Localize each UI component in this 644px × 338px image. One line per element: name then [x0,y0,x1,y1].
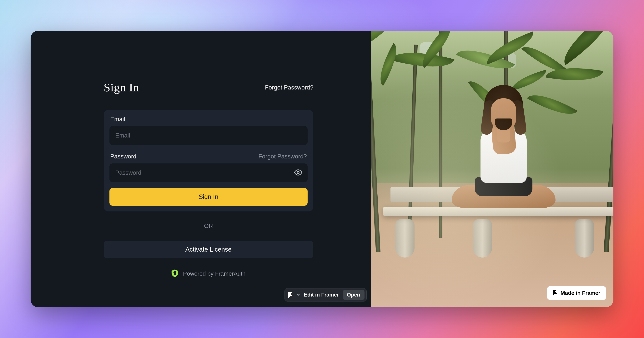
svg-point-1 [175,274,176,274]
app-window: Sign In Forgot Password? Email Password … [30,31,614,307]
divider-line [104,226,198,226]
framer-logo-icon [553,290,557,297]
divider-line [219,226,313,226]
header-row: Sign In Forgot Password? [104,81,313,94]
signin-form: Email Password Forgot Password? [104,110,313,211]
framer-logo-icon [288,292,293,298]
edit-in-framer-label[interactable]: Edit in Framer [304,292,339,298]
auth-panel: Sign In Forgot Password? Email Password … [30,31,371,307]
forgot-password-link[interactable]: Forgot Password? [265,84,313,91]
divider: OR [104,223,313,229]
email-field[interactable] [110,126,308,145]
email-label: Email [110,116,125,123]
divider-text: OR [204,223,213,229]
signin-button[interactable]: Sign In [110,188,308,206]
password-label: Password [110,153,136,160]
toggle-password-visibility-button[interactable] [294,169,302,177]
open-in-framer-button[interactable]: Open [343,290,364,300]
hero-image: Made in Framer [371,31,614,307]
activate-license-button[interactable]: Activate License [104,241,313,258]
eye-icon [294,169,302,177]
svg-point-0 [297,171,299,173]
powered-by-text: Powered by FramerAuth [183,270,246,277]
chevron-down-icon[interactable] [296,293,300,297]
page-title: Sign In [104,81,139,94]
framer-editor-badge: Edit in Framer Open [284,288,367,302]
shield-icon [172,269,178,278]
password-field[interactable] [110,164,308,182]
powered-by: Powered by FramerAuth [104,269,313,278]
made-in-framer-badge[interactable]: Made in Framer [547,286,606,300]
made-in-framer-text: Made in Framer [560,290,600,296]
forgot-password-inline-link[interactable]: Forgot Password? [258,153,307,160]
